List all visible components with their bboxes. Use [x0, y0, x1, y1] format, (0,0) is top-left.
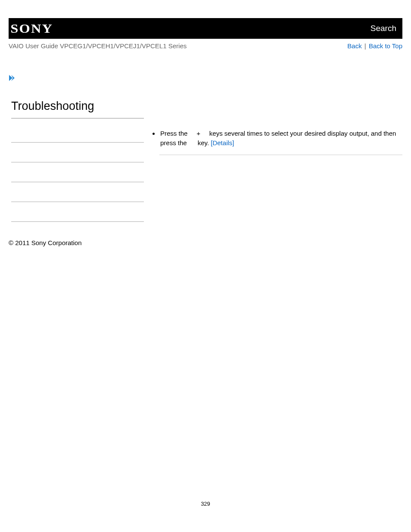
chevron-row	[9, 75, 411, 81]
details-link[interactable]: [Details]	[211, 139, 234, 146]
bullet-text-1: Press the	[160, 130, 190, 137]
sony-logo: SONY	[10, 21, 53, 36]
back-link[interactable]: Back	[347, 42, 361, 50]
back-to-top-link[interactable]: Back to Top	[369, 42, 402, 50]
bullet-text-3: key.	[196, 139, 211, 146]
sidebar-item[interactable]	[11, 202, 144, 222]
page-heading: Troubleshooting	[11, 100, 144, 118]
bullet-plus: +	[196, 130, 200, 137]
copyright-footer: © 2011 Sony Corporation	[9, 239, 411, 246]
sidebar-item[interactable]	[11, 143, 144, 162]
sidebar-item[interactable]	[11, 123, 144, 143]
nav-links: Back | Back to Top	[347, 42, 402, 50]
search-link[interactable]: Search	[371, 24, 396, 33]
sidebar	[11, 123, 144, 222]
chevron-right-icon	[9, 75, 411, 81]
top-header-bar: SONY Search	[9, 18, 402, 39]
content-bullet: Press the + keys several times to select…	[159, 129, 401, 148]
sidebar-item[interactable]	[11, 162, 144, 182]
separator: |	[364, 42, 366, 50]
page-number: 329	[0, 501, 411, 507]
sub-header-bar: VAIO User Guide VPCEG1/VPCEH1/VPCEJ1/VPC…	[9, 42, 402, 50]
guide-title: VAIO User Guide VPCEG1/VPCEH1/VPCEJ1/VPC…	[9, 42, 187, 50]
sidebar-item[interactable]	[11, 182, 144, 202]
content-area: Press the + keys several times to select…	[144, 118, 402, 222]
